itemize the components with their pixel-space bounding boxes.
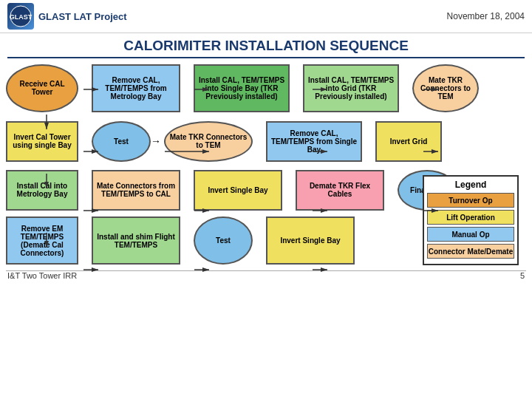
install-shim-node: Install and shim Flight TEM/TEMPS [92, 216, 180, 265]
legend-lift-label: Lift Operation [446, 214, 495, 222]
legend-manual: Manual Op [427, 227, 514, 242]
remove-cal-label: Remove CAL, TEM/TEMPS from Metrology Bay [96, 76, 176, 100]
mate-connectors-tem-label: Mate Connectors from TEM/TEMPS to CAL [96, 182, 176, 198]
legend-connector-label: Connector Mate/Demate [429, 248, 513, 256]
footer-right: 5 [520, 271, 525, 280]
mate-tkr-connectors-node: Mate TKR Connectors to TEM [164, 121, 253, 162]
mate-connectors-tem-node: Mate Connectors from TEM/TEMPS to CAL [92, 170, 180, 211]
header-date: November 18, 2004 [447, 11, 525, 21]
legend-turnover: Turnover Op [427, 193, 514, 208]
legend-connector: Connector Mate/Demate [427, 244, 514, 259]
legend-turnover-label: Turnover Op [449, 197, 492, 205]
install-shim-label: Install and shim Flight TEM/TEMPS [96, 233, 176, 249]
install-cal-metro-label: Install Cal into Metrology Bay [10, 182, 74, 198]
footer-left: I&T Two Tower IRR [7, 271, 77, 280]
remove-cal-single-label: Remove CAL, TEM/TEMPS from Single Bay [270, 129, 358, 154]
diagram-wrapper: Receive CAL Tower Remove CAL, TEM/TEMPS … [6, 61, 526, 280]
invert-grid-node: Invert Grid [375, 121, 442, 162]
header-left: GLAST GLAST LAT Project [7, 3, 127, 30]
remove-em-label: Remove EM TEM/TEMPS (Demate Cal Connecto… [10, 225, 74, 257]
svg-text:GLAST: GLAST [10, 13, 33, 21]
legend-manual-label: Manual Op [451, 231, 489, 239]
invert-single-bay-node: Invert Single Bay [194, 170, 282, 211]
mate-tkr-connectors-label: Mate TKR Connectors to TEM [168, 133, 248, 149]
demate-tkr-label: Demate TKR Flex Cables [300, 182, 380, 198]
logo: GLAST [7, 3, 34, 30]
install-cal-grid-label: Install CAL, TEM/TEMPS into Grid (TKR Pr… [307, 76, 395, 100]
invert-cal-label: Invert Cal Tower using single Bay [10, 133, 74, 149]
flow-row-1: Receive CAL Tower Remove CAL, TEM/TEMPS … [6, 61, 526, 115]
invert-single-bay2-label: Invert Single Bay [280, 236, 340, 245]
receive-cal-label: Receive CAL Tower [10, 80, 74, 96]
invert-grid-label: Invert Grid [390, 137, 428, 146]
receive-cal-node: Receive CAL Tower [6, 64, 78, 112]
test1-label: Test [114, 137, 129, 146]
page-title: CALORIMITER INSTALLATION SEQUENCE [7, 33, 525, 58]
invert-cal-node: Invert Cal Tower using single Bay [6, 121, 78, 162]
test2-node: Test [194, 216, 253, 265]
legend-box: Legend Turnover Op Lift Operation Manual… [423, 175, 519, 265]
mate-tkr-top-node: Mate TKR Connectors to TEM [412, 64, 479, 112]
legend-title: Legend [427, 180, 514, 190]
install-cal-single-label: Install CAL, TEM/TEMPS into Single Bay (… [198, 76, 285, 100]
remove-em-node: Remove EM TEM/TEMPS (Demate Cal Connecto… [6, 216, 78, 265]
install-cal-metro-node: Install Cal into Metrology Bay [6, 170, 78, 211]
remove-cal-single-node: Remove CAL, TEM/TEMPS from Single Bay [266, 121, 362, 162]
remove-cal-node: Remove CAL, TEM/TEMPS from Metrology Bay [92, 64, 180, 112]
test2-label: Test [216, 236, 231, 245]
legend-lift: Lift Operation [427, 210, 514, 225]
mate-tkr-top-label: Mate TKR Connectors to TEM [417, 76, 474, 100]
project-title: GLAST LAT Project [38, 11, 127, 22]
install-cal-single-node: Install CAL, TEM/TEMPS into Single Bay (… [194, 64, 290, 112]
install-cal-grid-node: Install CAL, TEM/TEMPS into Grid (TKR Pr… [303, 64, 399, 112]
invert-single-bay2-node: Invert Single Bay [266, 216, 355, 265]
flow-row-2: Invert Cal Tower using single Bay Test →… [6, 119, 526, 163]
test1-node: Test [92, 121, 151, 162]
invert-single-bay-label: Invert Single Bay [208, 186, 267, 194]
demate-tkr-node: Demate TKR Flex Cables [296, 170, 384, 211]
